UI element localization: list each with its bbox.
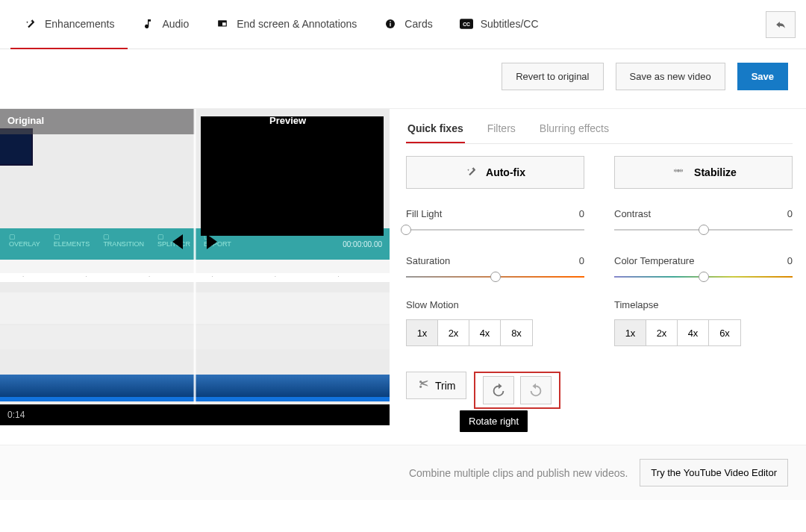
tab-enhancements[interactable]: Enhancements [10,0,128,49]
tab-label: End screen & Annotations [237,18,357,30]
tab-label: Subtitles/CC [481,18,539,30]
endscreen-icon [216,17,229,31]
slow-2x[interactable]: 2x [438,320,469,345]
wand-icon [465,165,478,181]
timecode: 00:00:00.00 [343,240,382,248]
slider-value: 0 [579,208,584,219]
svg-point-7 [677,169,680,172]
slowmotion-group: Slow Motion 1x 2x 4x 8x [406,299,584,346]
tab-cards[interactable]: Cards [370,0,446,49]
group-label: Slow Motion [406,299,584,310]
compare-handle-right-icon[interactable] [207,234,217,249]
tab-label: Audio [162,18,189,30]
subtab-blurring[interactable]: Blurring effects [538,119,610,143]
svg-rect-1 [222,22,226,25]
slider-label: Color Temperature [614,255,694,266]
preview-label: Preview [269,115,306,126]
save-button[interactable]: Save [737,63,788,90]
reply-arrow-icon [773,19,788,30]
try-editor-button[interactable]: Try the YouTube Video Editor [640,459,788,486]
rotate-left-icon [528,382,544,398]
rotate-left-button[interactable] [520,376,552,404]
wand-icon [24,17,37,31]
group-label: Timelapse [614,299,793,310]
action-row: Revert to original Save as new video Sav… [0,49,806,108]
trim-label: Trim [435,380,455,392]
autofix-button[interactable]: Auto-fix [406,156,584,189]
slider-label: Saturation [406,255,450,266]
revert-button[interactable]: Revert to original [502,63,603,90]
time-6x[interactable]: 6x [709,320,740,345]
tab-label: Enhancements [45,18,114,30]
slider-color-temperature[interactable]: Color Temperature 0 [614,255,793,283]
rotate-highlight-box [474,372,560,409]
video-time: 0:14 [7,410,25,420]
slow-8x[interactable]: 8x [501,320,532,345]
time-1x[interactable]: 1x [615,320,646,345]
slow-1x[interactable]: 1x [407,320,438,345]
compare-handle-left-icon[interactable] [172,234,183,249]
slider-value: 0 [579,255,584,266]
svg-text:CC: CC [463,22,470,27]
slow-4x[interactable]: 4x [469,320,501,345]
slider-fill-light[interactable]: Fill Light 0 [406,208,584,236]
svg-rect-3 [390,22,391,26]
autofix-label: Auto-fix [486,166,525,178]
cc-icon: CC [460,17,473,31]
scissors-icon [417,378,429,392]
preview-column: Original Preview ▢OVERLAY▢ELEMENTS▢TRANS… [0,109,390,425]
svg-rect-4 [390,21,391,22]
subtab-quickfixes[interactable]: Quick fixes [406,119,465,143]
time-2x[interactable]: 2x [646,320,678,345]
subtabs: Quick fixes Filters Blurring effects [406,119,793,144]
rotate-right-icon [490,382,507,398]
slider-saturation[interactable]: Saturation 0 [406,255,584,283]
stabilize-label: Stabilize [694,166,737,178]
original-label: Original [7,115,44,126]
slider-label: Fill Light [406,208,442,219]
save-as-new-button[interactable]: Save as new video [616,63,725,90]
back-button[interactable] [766,11,796,38]
video-controls[interactable]: 0:14 [0,404,390,425]
editor-tabs: Enhancements Audio End screen & Annotati… [0,0,806,49]
tooltip-rotate-right: Rotate right [460,410,528,432]
time-4x[interactable]: 4x [678,320,709,345]
tab-audio[interactable]: Audio [128,0,202,49]
timelapse-group: Timelapse 1x 2x 4x 6x [614,299,793,346]
slider-value: 0 [787,208,793,219]
tab-endscreen[interactable]: End screen & Annotations [202,0,370,49]
stabilize-button[interactable]: Stabilize [614,156,793,189]
trim-button[interactable]: Trim [406,372,466,399]
slider-contrast[interactable]: Contrast 0 [614,208,793,236]
footer-message: Combine multiple clips and publish new v… [409,467,628,479]
slider-value: 0 [787,255,793,266]
preview-frame[interactable]: Original Preview ▢OVERLAY▢ELEMENTS▢TRANS… [0,109,390,404]
slider-label: Contrast [614,208,651,219]
info-icon [384,17,397,31]
stabilize-icon [670,166,687,180]
footer: Combine multiple clips and publish new v… [0,445,806,500]
controls-column: Quick fixes Filters Blurring effects Aut… [406,109,793,409]
rotate-right-button[interactable] [483,376,514,404]
tab-label: Cards [404,18,432,30]
main-area: Original Preview ▢OVERLAY▢ELEMENTS▢TRANS… [0,109,806,425]
music-note-icon [141,17,154,31]
subtab-filters[interactable]: Filters [486,119,517,143]
tab-subtitles[interactable]: CC Subtitles/CC [446,0,552,49]
compare-divider[interactable] [194,109,196,404]
